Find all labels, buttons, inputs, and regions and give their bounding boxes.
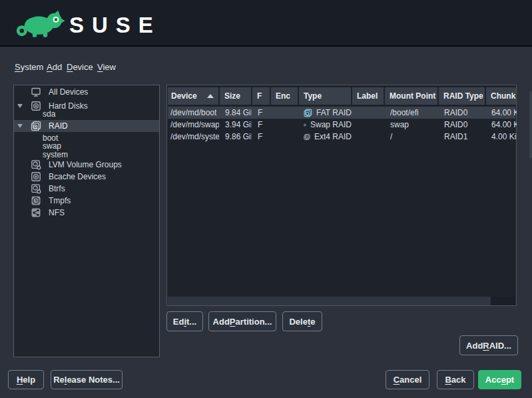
btrfs-icon <box>31 183 41 194</box>
column-header-label[interactable]: Label <box>352 87 384 105</box>
expand-arrow-icon[interactable] <box>17 124 23 128</box>
table-row-md-boot[interactable]: /dev/md/boot 9.84 GiB F FAT RAID /boot/e… <box>168 107 515 119</box>
suse-chameleon-icon <box>13 6 67 41</box>
sort-ascending-icon <box>207 94 214 98</box>
help-button[interactable]: Help <box>8 370 44 389</box>
column-header-mount-point[interactable]: Mount Point <box>385 87 437 105</box>
tree-item-swap[interactable]: swap <box>14 141 159 150</box>
add-partition-button[interactable]: Add Partition... <box>208 311 276 331</box>
monitor-icon <box>31 87 41 97</box>
cancel-button[interactable]: Cancel <box>386 370 429 389</box>
release-notes-button[interactable]: Release Notes... <box>51 370 123 389</box>
add-raid-button[interactable]: Add RAID... <box>459 335 518 355</box>
device-tree-panel: All Devices Hard Disks sda RAID boot swa… <box>13 85 160 357</box>
edit-button[interactable]: Edit... <box>166 311 203 331</box>
column-header-size[interactable]: Size <box>220 87 251 105</box>
devices-table: Device Size F Enc Type Label Mount Point… <box>166 85 517 306</box>
column-header-enc[interactable]: Enc <box>271 87 298 105</box>
menu-bar: System Add Device View <box>0 60 532 76</box>
table-row-md-system[interactable]: /dev/md/system 9.86 GiB F Ext4 RAID / RA… <box>168 131 515 143</box>
menu-system[interactable]: System <box>15 62 43 72</box>
lvm-icon <box>31 159 41 170</box>
raid-icon <box>31 121 41 131</box>
accept-button[interactable]: Accept <box>478 370 521 389</box>
expert-partitioner-window: SUSE System Add Device View All Devices … <box>0 0 532 398</box>
tree-item-all-devices[interactable]: All Devices <box>14 86 159 98</box>
column-header-device[interactable]: Device <box>168 87 218 105</box>
vertical-scrollbar-thumb[interactable] <box>529 91 532 158</box>
tree-item-nfs[interactable]: NFS <box>14 207 159 219</box>
column-header-chunk[interactable]: Chunk <box>486 87 516 105</box>
tree-item-btrfs[interactable]: Btrfs <box>14 183 159 195</box>
expand-arrow-icon[interactable] <box>17 104 23 108</box>
clock-icon <box>31 195 41 206</box>
suse-wordmark: SUSE <box>69 13 161 38</box>
raid-disk-icon <box>304 121 306 129</box>
menu-view[interactable]: View <box>97 62 116 72</box>
tree-item-bcache-devices[interactable]: Bcache Devices <box>14 171 159 183</box>
tree-item-system[interactable]: system <box>14 150 159 159</box>
tree-item-tmpfs[interactable]: Tmpfs <box>14 195 159 207</box>
share-icon <box>31 207 41 218</box>
menu-add[interactable]: Add <box>47 62 62 72</box>
menu-device[interactable]: Device <box>67 62 93 72</box>
bcache-icon <box>31 171 41 182</box>
column-header-type[interactable]: Type <box>299 87 351 105</box>
delete-button[interactable]: Delete <box>282 311 322 331</box>
back-button[interactable]: Back <box>437 370 474 389</box>
tree-item-lvm-volume-groups[interactable]: LVM Volume Groups <box>14 159 159 171</box>
table-row-md-swap[interactable]: /dev/md/swap 3.94 GiB F Swap RAID swap R… <box>168 119 515 131</box>
raid-disk-icon <box>304 133 310 141</box>
horizontal-scrollbar <box>168 297 515 305</box>
column-header-f[interactable]: F <box>252 87 270 105</box>
app-header: SUSE <box>0 0 532 47</box>
tree-item-sda[interactable]: sda <box>14 109 159 118</box>
column-header-raid-type[interactable]: RAID Type <box>439 87 485 105</box>
tree-item-raid[interactable]: RAID <box>14 120 159 132</box>
horizontal-scrollbar-thumb[interactable] <box>168 297 491 305</box>
raid-disk-icon <box>304 109 312 117</box>
